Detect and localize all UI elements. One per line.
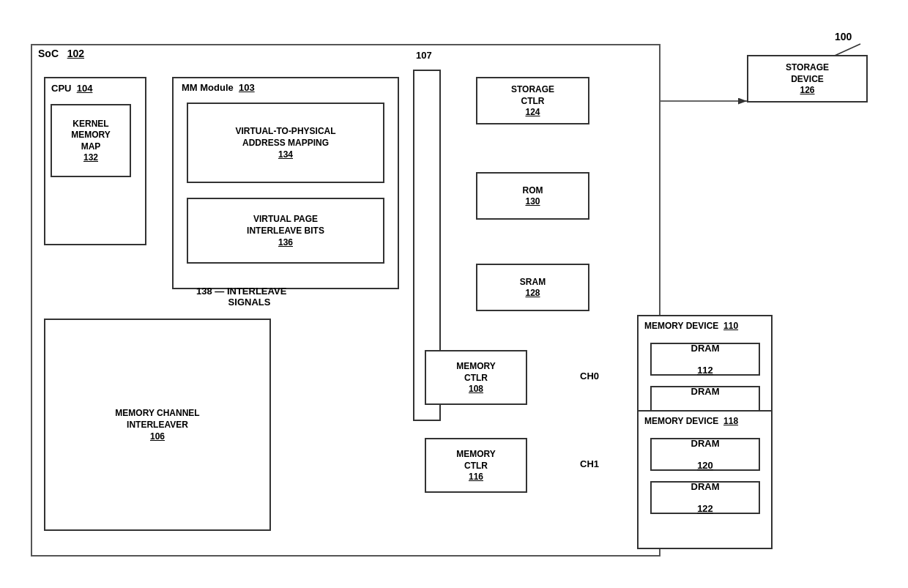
mm-module-label: MM Module 103 [182,82,255,93]
sram-box: SRAM 128 [476,264,589,311]
vpib-box: VIRTUAL PAGEINTERLEAVE BITS 136 [187,198,384,264]
dram-112-box: DRAM 112 [650,343,760,376]
memory-device-118-box: MEMORY DEVICE 118 [637,410,773,549]
ch0-label: CH0 [580,371,599,382]
bus-label: 107 [416,50,432,61]
storage-device-box: STORAGEDEVICE 126 [747,55,868,103]
ch1-label: CH1 [580,458,599,469]
memory-ctlr-116-box: MEMORYCTLR 116 [425,438,527,493]
dram-120-box: DRAM 120 [650,438,760,471]
soc-label: SoC 102 [38,48,84,59]
dram-122-box: DRAM 122 [650,481,760,514]
memory-channel-interleaver-box: MEMORY CHANNELINTERLEAVER 106 [44,319,271,531]
storage-ctlr-box: STORAGECTLR 124 [476,77,589,124]
ref-100: 100 [835,31,852,42]
rom-box: ROM 130 [476,172,589,220]
memory-ctlr-108-box: MEMORYCTLR 108 [425,350,527,405]
diagram: SoC 102 CPU 104 KERNELMEMORYMAP 132 MM M… [0,0,908,588]
interleave-signals-label: 138 — INTERLEAVE SIGNALS [196,286,286,308]
cpu-box: CPU 104 KERNELMEMORYMAP 132 [44,77,146,245]
vtop-box: VIRTUAL-TO-PHYSICALADDRESS MAPPING 134 [187,103,384,183]
kernel-memory-map-box: KERNELMEMORYMAP 132 [51,104,131,177]
